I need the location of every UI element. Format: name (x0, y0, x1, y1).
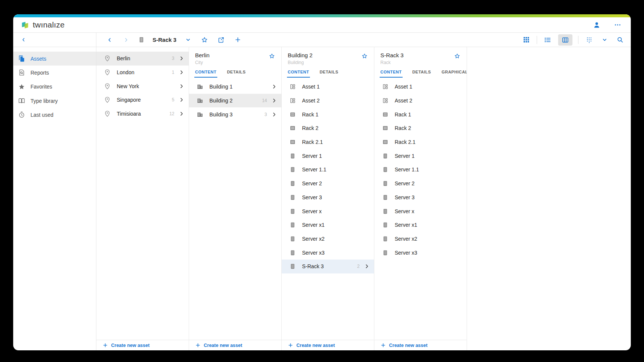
item-server-3[interactable]: Server 3 (282, 191, 374, 205)
collapse-sidebar-button[interactable] (18, 35, 28, 45)
item-server-x1[interactable]: Server x1 (282, 218, 374, 232)
chevron-right-icon[interactable] (179, 84, 184, 89)
item-asset-2[interactable]: Asset 2 (282, 94, 374, 108)
item-server-1-1[interactable]: Server 1.1 (374, 163, 467, 177)
item-singapore[interactable]: Singapore 5 (96, 93, 189, 107)
create-new-asset-button[interactable]: Create new asset (189, 340, 281, 350)
item-server-x3[interactable]: Server x3 (374, 246, 467, 260)
item-server-3[interactable]: Server 3 (374, 191, 467, 205)
server-icon (289, 194, 296, 201)
star-icon (201, 36, 208, 44)
header-actions (592, 20, 623, 30)
item-server-x1[interactable]: Server x1 (374, 218, 467, 232)
asset-icon (289, 83, 296, 90)
plus-icon (288, 343, 293, 348)
tab-details[interactable]: DETAILS (226, 70, 247, 78)
chevron-down-icon (185, 37, 191, 43)
sidebar-item-type-library[interactable]: Type library (13, 94, 96, 108)
list-view-button[interactable] (543, 35, 552, 45)
add-button[interactable] (233, 35, 243, 45)
create-new-asset-button[interactable]: Create new asset (96, 340, 189, 350)
star-icon (269, 53, 275, 60)
sidebar-item-reports[interactable]: Reports (13, 66, 96, 79)
rack-icon (289, 111, 296, 118)
create-new-asset-button[interactable]: Create new asset (282, 340, 374, 350)
favorite-button[interactable] (200, 35, 209, 45)
type-library-icon (18, 97, 25, 104)
item-rack-2[interactable]: Rack 2 (282, 121, 374, 135)
item-berlin[interactable]: Berlin 3 (96, 52, 189, 66)
item-server-x3[interactable]: Server x3 (282, 246, 374, 260)
item-rack-1[interactable]: Rack 1 (374, 107, 467, 121)
chevron-right-icon[interactable] (179, 97, 184, 102)
item-server-1[interactable]: Server 1 (374, 149, 467, 163)
item-asset-1[interactable]: Asset 1 (282, 80, 374, 94)
server-icon (382, 208, 389, 215)
back-button[interactable] (105, 35, 114, 45)
item-server-2[interactable]: Server 2 (282, 177, 374, 191)
item-server-1[interactable]: Server 1 (282, 149, 374, 163)
item-building-1[interactable]: Building 1 (189, 80, 281, 94)
dot-grid-button[interactable] (584, 35, 594, 45)
item-london[interactable]: London 1 (96, 66, 189, 79)
item-building-2[interactable]: Building 2 14 (189, 94, 281, 108)
column-tabs: CONTENTDETAILS (282, 65, 374, 78)
chevron-right-icon[interactable] (364, 264, 369, 269)
favorite-button[interactable] (452, 51, 462, 61)
item-server-1-1[interactable]: Server 1.1 (282, 163, 374, 177)
chevron-right-icon[interactable] (272, 112, 277, 117)
favorites-icon (18, 83, 25, 90)
grid-view-button[interactable] (521, 35, 531, 45)
item-server-x[interactable]: Server x (374, 204, 467, 218)
asset-list: Asset 1 Asset 2 Rack 1 Rack 2 Rack 2.1 S… (282, 78, 374, 340)
item-timisioara[interactable]: Timisioara 12 (96, 107, 189, 121)
tab-content[interactable]: CONTENT (380, 70, 403, 78)
chevron-right-icon[interactable] (272, 98, 277, 103)
item-asset-1[interactable]: Asset 1 (374, 80, 467, 94)
app-window: twınalıze Assets Rep (13, 14, 631, 350)
chevron-right-icon[interactable] (179, 56, 184, 61)
item-count: 1 (172, 70, 174, 75)
item-server-2[interactable]: Server 2 (374, 177, 467, 191)
chevron-right-icon[interactable] (179, 111, 184, 116)
item-rack-2[interactable]: Rack 2 (374, 121, 467, 135)
favorite-button[interactable] (360, 51, 369, 61)
tab-details[interactable]: DETAILS (412, 70, 432, 78)
tab-details[interactable]: DETAILS (319, 70, 339, 78)
item-server-x2[interactable]: Server x2 (374, 232, 467, 246)
user-account-button[interactable] (592, 20, 601, 30)
chevron-right-icon[interactable] (272, 84, 277, 89)
tab-content[interactable]: CONTENT (287, 70, 310, 78)
building-icon (197, 83, 203, 90)
item-server-x2[interactable]: Server x2 (282, 232, 374, 246)
column-subtitle: City (195, 60, 276, 65)
chevron-right-icon[interactable] (179, 70, 184, 75)
more-options-button[interactable] (613, 20, 623, 30)
favorite-button[interactable] (267, 51, 277, 61)
column-view-button[interactable] (558, 34, 572, 46)
item-rack-2-1[interactable]: Rack 2.1 (374, 135, 467, 149)
sidebar-item-favorites[interactable]: Favorites (13, 80, 96, 94)
rack-icon (289, 139, 296, 145)
title-dropdown-button[interactable] (183, 35, 193, 45)
item-rack-1[interactable]: Rack 1 (282, 107, 374, 121)
item-rack-2-1[interactable]: Rack 2.1 (282, 135, 374, 149)
item-server-x[interactable]: Server x (282, 204, 374, 218)
view-options-button[interactable] (600, 35, 609, 45)
forward-button[interactable] (121, 35, 131, 45)
chevron-down-icon (602, 37, 607, 43)
create-new-asset-button[interactable]: Create new asset (374, 340, 467, 350)
miller-columns: Berlin 3 London 1 New York Singapore 5 T… (96, 47, 631, 350)
item-s-rack-3[interactable]: S-Rack 3 2 (282, 260, 374, 273)
tab-graphical[interactable]: GRAPHICAL (441, 70, 467, 78)
list-view-icon (544, 36, 551, 44)
item-building-3[interactable]: Building 3 3 (189, 107, 281, 121)
search-button[interactable] (615, 35, 625, 45)
sidebar-item-last-used[interactable]: Last used (13, 108, 96, 122)
item-new-york[interactable]: New York (96, 79, 189, 93)
item-asset-2[interactable]: Asset 2 (374, 94, 467, 108)
open-in-new-button[interactable] (216, 35, 226, 45)
server-icon (289, 166, 296, 173)
sidebar-item-assets[interactable]: Assets (13, 52, 96, 66)
tab-content[interactable]: CONTENT (194, 70, 217, 78)
